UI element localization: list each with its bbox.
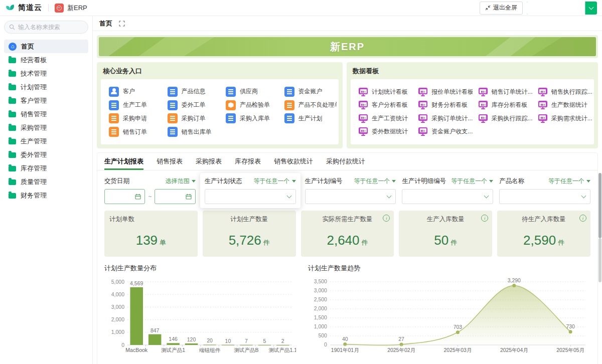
report-tab-采购付款统计[interactable]: 采购付款统计 (326, 153, 365, 170)
stat-label: 实际所需生产数量 (306, 215, 389, 224)
scrollbar-thumb-secondary[interactable] (598, 238, 601, 282)
sidebar-item-委外管理[interactable]: 委外管理 (4, 148, 88, 161)
select-input[interactable] (402, 189, 493, 204)
entry-供应商[interactable]: 供应商 (220, 87, 278, 97)
monitor-chart-icon (418, 127, 427, 136)
sidebar-item-label: 采购管理 (21, 123, 47, 132)
dashboard-委外数据统计[interactable]: 委外数据统计 (353, 127, 412, 136)
dashboard-报价单统计看板[interactable]: 报价单统计看板 (412, 88, 472, 96)
entry-生产计划[interactable]: 生产计划 (278, 113, 337, 123)
filter-operator[interactable]: 等于任意一个 (548, 177, 590, 186)
dashboard-资金账户收支...[interactable]: 资金账户收支... (412, 127, 472, 136)
stat-value: 5,726件 (203, 233, 296, 248)
exit-fullscreen-icon (485, 5, 491, 11)
sidebar-menu: ⌂首页经营看板技术管理计划管理客户管理销售管理采购管理生产管理委外管理库存管理质… (4, 40, 88, 202)
entry-产品信息[interactable]: 产品信息 (162, 87, 220, 97)
entry-采购申请[interactable]: 采购申请 (103, 113, 162, 123)
sidebar-item-客户管理[interactable]: 客户管理 (4, 94, 88, 107)
svg-text:测试产品1: 测试产品1 (161, 347, 185, 353)
sidebar-item-label: 经营看板 (21, 56, 47, 65)
dashboard-库存分析看板[interactable]: 库存分析看板 (473, 101, 532, 109)
sidebar-item-采购管理[interactable]: 采购管理 (4, 121, 88, 134)
sidebar-item-首页[interactable]: ⌂首页 (4, 40, 88, 53)
dash-panel-grid: 计划统计看板报价单统计看板销售订单统计...销售执行跟踪...客户分析看板财务分… (351, 79, 594, 144)
app-name-tab[interactable]: 新ERP (67, 4, 87, 13)
install-template-label[interactable]: 安装模板(带数据) (527, 2, 585, 15)
sidebar-item-经营看板[interactable]: 经营看板 (4, 53, 88, 67)
sidebar-item-财务管理[interactable]: 财务管理 (4, 189, 88, 202)
sidebar-item-计划管理[interactable]: 计划管理 (4, 80, 88, 94)
filter-交货日期: 交货日期选择范围~ (104, 177, 196, 204)
banner-decor (139, 37, 214, 56)
dashboard-采购需求统计...[interactable]: 采购需求统计... (532, 114, 592, 123)
sidebar-item-label: 质量管理 (21, 177, 47, 187)
dashboard-销售执行跟踪...[interactable]: 销售执行跟踪... (532, 88, 592, 96)
data-dashboard-panel: 数据看板 计划统计看板报价单统计看板销售订单统计...销售执行跟踪...客户分析… (347, 62, 598, 148)
entry-销售订单[interactable]: 销售订单 (103, 127, 162, 137)
filter-operator[interactable]: 等于任意一个 (451, 177, 493, 186)
sidebar-item-label: 销售管理 (21, 110, 47, 119)
entry-销售出库单[interactable]: 销售出库单 (162, 127, 220, 137)
topbar-divider (48, 4, 49, 12)
date-end-input[interactable] (155, 189, 195, 204)
jiandaoyun-logo-icon (5, 3, 15, 13)
filter-label: 生产计明细编号 (402, 177, 446, 186)
dashboard-label: 资金账户收支... (431, 127, 472, 136)
dashboard-计划统计看板[interactable]: 计划统计看板 (353, 88, 412, 96)
entry-label: 产品信息 (182, 87, 206, 96)
dashboard-财务分析看板[interactable]: 财务分析看板 (412, 101, 472, 109)
dashboard-销售订单统计...[interactable]: 销售订单统计... (473, 88, 532, 96)
filter-operator[interactable]: 等于任意一个 (354, 177, 396, 186)
search-icon (9, 24, 15, 30)
search-input[interactable]: 输入名称来搜索 (4, 21, 88, 34)
scrollbar-thumb[interactable] (598, 173, 601, 238)
select-input[interactable] (205, 189, 296, 204)
caret-down-icon (489, 180, 493, 185)
date-start-input[interactable] (104, 189, 145, 204)
select-input[interactable] (305, 189, 396, 204)
dashboard-客户分析看板[interactable]: 客户分析看板 (353, 101, 412, 109)
folder-icon (9, 98, 16, 104)
install-template-dropdown[interactable] (585, 2, 597, 15)
dashboard-label: 委外数据统计 (372, 127, 408, 136)
filter-operator[interactable]: 选择范围 (166, 177, 196, 186)
info-icon[interactable]: i (579, 215, 586, 222)
dashboard-采购执行跟踪...[interactable]: 采购执行跟踪... (473, 114, 532, 123)
exit-fullscreen-button[interactable]: 退出全屏 (480, 2, 523, 15)
expand-fullscreen-icon[interactable] (119, 21, 125, 27)
entry-委外工单[interactable]: 委外工单 (162, 100, 220, 110)
entry-产品不良处理单[interactable]: 产品不良处理单 (278, 100, 337, 110)
tab-home[interactable]: 首页 (99, 19, 112, 28)
dashboard-生产工资统计[interactable]: 生产工资统计 (353, 114, 412, 123)
dashboard-label: 客户分析看板 (372, 101, 408, 109)
report-tab-库存报表[interactable]: 库存报表 (235, 153, 261, 170)
stat-card-实际所需生产数量: 实际所需生产数量i2,640件 (301, 211, 394, 257)
report-tab-采购报表[interactable]: 采购报表 (196, 153, 222, 170)
entry-客户[interactable]: 客户 (103, 87, 162, 97)
sidebar-item-技术管理[interactable]: 技术管理 (4, 67, 88, 80)
sidebar-item-销售管理[interactable]: 销售管理 (4, 107, 88, 121)
monitor-chart-icon (538, 101, 547, 109)
calendar-icon (135, 194, 141, 200)
core-business-panel: 核心业务入口 客户产品信息供应商资金账户生产工单委外工单产品检验单产品不良处理单… (97, 62, 343, 148)
page-tab-strip: 首页 (93, 16, 602, 31)
entry-label: 产品不良处理单 (298, 101, 337, 109)
entry-产品检验单[interactable]: 产品检验单 (220, 100, 278, 110)
entry-生产工单[interactable]: 生产工单 (103, 100, 162, 110)
dashboard-生产数据统计[interactable]: 生产数据统计 (532, 101, 592, 109)
svg-text:3,500: 3,500 (314, 279, 327, 284)
report-tab-销售报表[interactable]: 销售报表 (157, 153, 183, 170)
sidebar-item-质量管理[interactable]: 质量管理 (4, 175, 88, 189)
report-tab-生产计划报表[interactable]: 生产计划报表 (104, 153, 143, 170)
install-template-split-button[interactable]: 安装模板(带数据) (527, 2, 597, 15)
svg-text:2025年04月: 2025年04月 (500, 347, 528, 353)
entry-资金账户[interactable]: 资金账户 (278, 87, 337, 97)
sidebar-item-库存管理[interactable]: 库存管理 (4, 161, 88, 175)
entry-采购入库单[interactable]: 采购入库单 (220, 113, 278, 123)
filter-operator[interactable]: 等于任意一个 (254, 177, 296, 186)
report-tab-销售收款统计[interactable]: 销售收款统计 (274, 153, 313, 170)
sidebar-item-生产管理[interactable]: 生产管理 (4, 134, 88, 148)
select-input[interactable] (499, 189, 590, 204)
dashboard-采购订单统计...[interactable]: 采购订单统计... (412, 114, 472, 123)
entry-采购订单[interactable]: 采购订单 (162, 113, 220, 123)
